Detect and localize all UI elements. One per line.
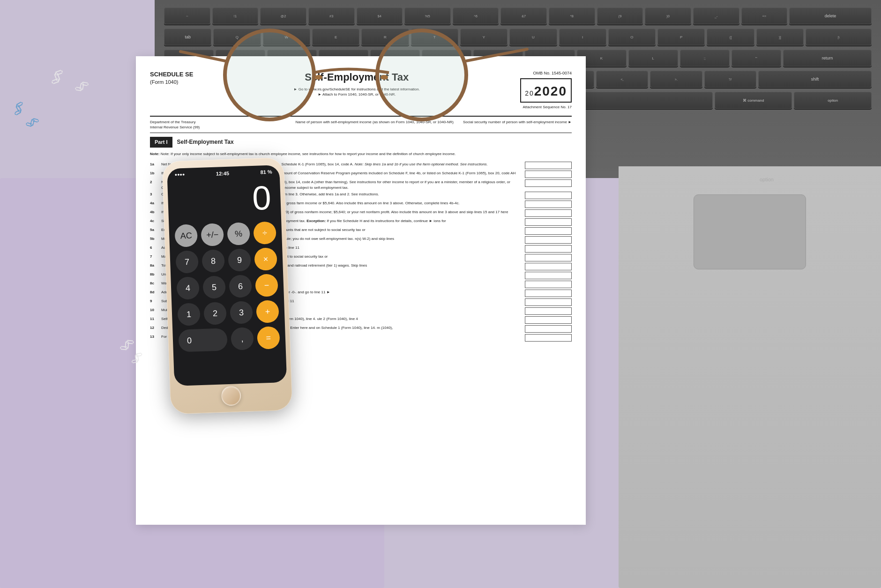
key-5[interactable]: %5	[404, 7, 451, 24]
calc-btn-percent[interactable]: %	[227, 222, 250, 246]
key-4[interactable]: $4	[357, 7, 403, 24]
line-6-num: 6	[150, 245, 161, 253]
calc-btn-9[interactable]: 9	[228, 248, 251, 272]
key-9[interactable]: (9	[597, 7, 643, 24]
line-9-box	[525, 298, 572, 306]
phone-home-button[interactable]	[221, 386, 241, 406]
line-4b-num: 4b	[150, 209, 161, 217]
calc-btn-multiply[interactable]: ×	[254, 247, 277, 271]
line-5a-box	[525, 227, 572, 235]
line-8b-box	[525, 272, 572, 279]
phone-body: ●●●● 12:45 81 % 0 AC +/− % ÷ 7 8 9 ×	[162, 157, 293, 415]
line-6-box	[525, 245, 572, 253]
calc-btn-0[interactable]: 0	[178, 328, 228, 352]
phone-signal: ●●●●	[174, 172, 185, 178]
line-11-box	[525, 316, 572, 324]
calc-btn-5[interactable]: 5	[202, 275, 226, 299]
key-semicolon[interactable]: :;	[680, 50, 730, 67]
line-4a-box	[525, 201, 572, 208]
line-1a-num: 1a	[150, 162, 161, 169]
form-note: Note: Note: If your only income subject …	[150, 151, 572, 157]
key-return[interactable]: return	[783, 50, 872, 67]
key-command-right[interactable]: ⌘ command	[715, 92, 792, 109]
svg-point-4	[315, 75, 322, 80]
laptop-trackpad[interactable]	[694, 194, 806, 269]
line-2-box	[525, 179, 572, 187]
line-1b-num: 1b	[150, 171, 161, 178]
svg-point-5	[381, 75, 388, 80]
key-0[interactable]: )0	[645, 7, 691, 24]
note-text: Note: If your only income subject to sel…	[161, 152, 456, 156]
line-7-num: 7	[150, 254, 161, 261]
line-4c-num: 4c	[150, 218, 161, 226]
key-delete[interactable]: delete	[789, 7, 872, 24]
key-slash[interactable]: ?/	[704, 71, 756, 88]
key-i[interactable]: I	[559, 29, 606, 45]
calc-btn-equals[interactable]: =	[257, 326, 280, 350]
key-shift-right[interactable]: shift	[758, 71, 872, 88]
calc-btn-ac[interactable]: AC	[174, 224, 198, 247]
key-7[interactable]: &7	[500, 7, 547, 24]
key-equal[interactable]: +=	[741, 7, 788, 24]
svg-line-3	[466, 49, 527, 61]
calc-btn-decimal[interactable]: ,	[231, 327, 254, 350]
key-6[interactable]: ^6	[453, 7, 499, 24]
svg-line-2	[180, 52, 225, 61]
svg-point-1	[377, 30, 466, 119]
calc-btn-add[interactable]: +	[256, 300, 279, 323]
line-10-num: 10	[150, 307, 161, 315]
line-7-box	[525, 254, 572, 261]
line-3-box	[525, 192, 572, 199]
calc-btn-1[interactable]: 1	[177, 303, 201, 326]
line-4b-box	[525, 209, 572, 217]
line-9-num: 9	[150, 298, 161, 306]
key-backslash[interactable]: |\	[806, 29, 872, 45]
line-5a-num: 5a	[150, 227, 161, 235]
phone-screen: ●●●● 12:45 81 % 0 AC +/− % ÷ 7 8 9 ×	[167, 165, 287, 386]
key-8[interactable]: *8	[549, 7, 595, 24]
line-11-num: 11	[150, 316, 161, 324]
calc-btn-3[interactable]: 3	[230, 301, 253, 324]
calc-btn-8[interactable]: 8	[202, 249, 225, 273]
key-l[interactable]: L	[628, 50, 678, 67]
key-bracket-right[interactable]: }]	[756, 29, 804, 45]
key-o[interactable]: O	[608, 29, 656, 45]
phone-time: 12:45	[216, 171, 230, 177]
key-comma[interactable]: <,	[596, 71, 648, 88]
line-8a-box	[525, 263, 572, 270]
calc-btn-plus-minus[interactable]: +/−	[201, 223, 224, 246]
line-8c-num: 8c	[150, 281, 161, 288]
glasses	[178, 23, 530, 127]
line-5b-box	[525, 236, 572, 244]
calc-btn-2[interactable]: 2	[203, 302, 227, 325]
key-option-right[interactable]: option	[794, 92, 872, 109]
key-quote[interactable]: "'	[732, 50, 781, 67]
key-3[interactable]: #3	[308, 7, 355, 24]
part-header-row: Part I Self-Employment Tax	[150, 137, 572, 148]
key-1[interactable]: !1	[212, 7, 259, 24]
calc-btn-6[interactable]: 6	[229, 275, 252, 298]
option-key-detected: option	[760, 177, 774, 182]
line-8c-box	[525, 281, 572, 288]
key-period[interactable]: >.	[650, 71, 702, 88]
keyboard-row-1: ~ !1 @2 #3 $4 %5 ^6 &7 *8 (9 )0 _- += de…	[164, 7, 872, 24]
key-minus[interactable]: _-	[693, 7, 739, 24]
calc-btn-7[interactable]: 7	[175, 250, 199, 274]
part-title: Self-Employment Tax	[177, 138, 234, 146]
line-4a-num: 4a	[150, 201, 161, 208]
line-8a-num: 8a	[150, 263, 161, 270]
calc-btn-4[interactable]: 4	[176, 276, 200, 300]
key-p[interactable]: P	[657, 29, 705, 45]
line-13-num: 13	[150, 334, 161, 342]
key-bracket-left[interactable]: {[	[707, 29, 754, 45]
key-tilde[interactable]: ~	[164, 7, 210, 24]
line-10-box	[525, 307, 572, 315]
key-2[interactable]: @2	[260, 7, 306, 24]
line-12-num: 12	[150, 325, 161, 333]
calc-btn-divide[interactable]: ÷	[253, 221, 276, 245]
line-12-box	[525, 325, 572, 333]
calc-btn-subtract[interactable]: −	[255, 274, 278, 297]
phone-display-number: 0	[252, 179, 272, 217]
phone-display: 0	[167, 176, 281, 222]
line-5b-num: 5b	[150, 236, 161, 244]
